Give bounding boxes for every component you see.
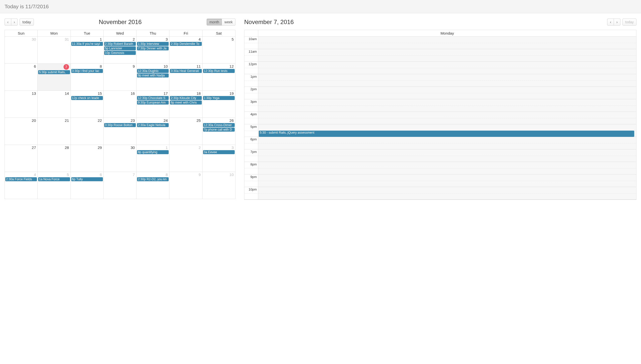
day-grid-row[interactable]	[258, 37, 636, 49]
month-event[interactable]: 12p check on leade	[71, 96, 103, 100]
month-next-button[interactable]: ›	[11, 19, 18, 26]
month-day-cell[interactable]: 22:30p Robert Barath5p Lannister10p Geon…	[103, 37, 136, 64]
month-day-cell[interactable]: 1212:30p Run tests	[202, 64, 235, 91]
month-day-cell[interactable]: 30	[103, 145, 136, 172]
month-day-cell[interactable]: 7	[103, 172, 136, 199]
month-day-cell[interactable]: 66p Tully	[71, 172, 103, 199]
month-event[interactable]: 2:30p Dendemille To	[170, 42, 202, 46]
month-day-cell[interactable]: 75:30p submit Rails,	[38, 64, 71, 91]
month-prev-button[interactable]: ‹	[5, 19, 11, 26]
month-day-cell[interactable]: 6	[5, 64, 38, 91]
month-event[interactable]: 2:30p R2-D2, you kn	[137, 177, 169, 181]
view-week-button[interactable]: week	[222, 19, 235, 26]
month-day-cell[interactable]: 28	[38, 145, 71, 172]
month-day-cell[interactable]: 31:30p Interview7:30p Dinner with Ja	[137, 37, 169, 64]
view-month-button[interactable]: month	[207, 19, 222, 26]
day-grid-row[interactable]	[258, 162, 636, 174]
month-event[interactable]: 9p meet with Nadja	[137, 73, 169, 77]
day-event[interactable]: 5:30 - submit Rails, jQuery assessment	[259, 131, 634, 137]
month-event[interactable]: 3:30p I find your lac	[71, 69, 103, 73]
day-prev-button[interactable]: ‹	[607, 19, 614, 26]
month-day-cell[interactable]: 25	[169, 118, 202, 145]
day-number: 26	[203, 118, 235, 123]
month-day-cell[interactable]: 27	[5, 145, 38, 172]
day-number: 7	[104, 172, 136, 177]
month-day-cell[interactable]: 18p quantifying	[137, 145, 169, 172]
month-event[interactable]: 12:30p Run tests	[203, 69, 235, 73]
day-grid-row[interactable]	[258, 187, 636, 200]
month-today-button[interactable]: today	[20, 19, 34, 26]
month-day-cell[interactable]: 33a Eevee	[202, 145, 235, 172]
month-event[interactable]: 12:30a Cross-Dimer	[203, 123, 235, 127]
month-day-cell[interactable]: 111:30a If you're sayi	[71, 37, 103, 64]
month-event[interactable]: 2:30a Eagle Nebula	[137, 123, 169, 127]
day-next-button[interactable]: ›	[614, 19, 620, 26]
month-day-cell[interactable]: 5	[202, 37, 235, 64]
day-grid-row[interactable]	[258, 174, 636, 187]
day-today-button[interactable]: today	[622, 19, 636, 26]
month-event[interactable]: 1a Nova Force	[38, 177, 70, 181]
month-event[interactable]: 1:30p Yoga	[203, 96, 235, 100]
main-container: ‹ › today November 2016 month week SunMo…	[0, 13, 641, 204]
day-grid-row[interactable]	[258, 74, 636, 87]
time-slot-label: 8pm	[244, 162, 258, 174]
month-day-cell[interactable]: 42:30a Force Fields	[5, 172, 38, 199]
month-day-cell[interactable]: 113:30a Heat Generati	[169, 64, 202, 91]
month-event[interactable]: 5:30p submit Rails,	[38, 70, 70, 74]
month-event[interactable]: 3:30a Heat Generati	[170, 69, 202, 73]
month-event[interactable]: 6p Tully	[71, 177, 103, 181]
month-day-cell[interactable]: 20	[5, 118, 38, 145]
month-day-cell[interactable]: 191:30p Yoga	[202, 91, 235, 118]
month-day-cell[interactable]: 14	[38, 91, 71, 118]
month-day-cell[interactable]: 30	[5, 37, 38, 64]
month-day-cell[interactable]: 9	[169, 172, 202, 199]
month-day-cell[interactable]: 9	[103, 64, 136, 91]
month-day-header: Wed	[103, 30, 136, 37]
month-day-cell[interactable]: 182:30p Kiloude City6p meet with Chris	[169, 91, 202, 118]
month-day-cell[interactable]: 83:30p I find your lac	[71, 64, 103, 91]
day-grid-row[interactable]	[258, 149, 636, 162]
month-day-cell[interactable]: 2	[169, 145, 202, 172]
month-day-cell[interactable]: 29	[71, 145, 103, 172]
month-event[interactable]: 2:30a Force Fields	[5, 177, 37, 181]
month-day-cell[interactable]: 10	[202, 172, 235, 199]
month-day-cell[interactable]: 13	[5, 91, 38, 118]
month-event[interactable]: 7p phone call with D	[203, 128, 235, 132]
month-event[interactable]: 10p Geonosis	[104, 51, 136, 55]
day-grid-row[interactable]	[258, 112, 636, 124]
month-event[interactable]: 11:30a If you're sayi	[71, 42, 103, 46]
month-day-cell[interactable]: 82:30p R2-D2, you kn	[137, 172, 169, 199]
month-day-cell[interactable]: 1012:30a Dugtrio9p meet with Nadja	[137, 64, 169, 91]
day-number: 10	[203, 172, 235, 177]
month-event[interactable]: 7:30p Dinner with Ja	[137, 46, 169, 50]
month-event[interactable]: 2:30p Robert Barath	[104, 42, 136, 46]
month-day-cell[interactable]: 42:30p Dendemille To	[169, 37, 202, 64]
day-grid-row[interactable]	[258, 62, 636, 74]
month-event[interactable]: 3a Eevee	[203, 150, 235, 154]
day-grid[interactable]: 5:30 - submit Rails, jQuery assessment	[258, 37, 636, 200]
month-event[interactable]: 2:30p Kiloude City	[170, 96, 202, 100]
month-day-cell[interactable]: 51a Nova Force	[38, 172, 71, 199]
month-event[interactable]: 12:30a Dugtrio	[137, 69, 169, 73]
month-day-cell[interactable]: 22	[71, 118, 103, 145]
day-grid-row[interactable]	[258, 137, 636, 149]
month-event[interactable]: 9:30p European Am	[137, 101, 169, 105]
day-grid-row[interactable]	[258, 49, 636, 62]
month-day-cell[interactable]: 16	[103, 91, 136, 118]
month-event[interactable]: 8p quantifying	[137, 150, 169, 154]
month-day-cell[interactable]: 1712:30p Chocolate S9:30p European Am	[137, 91, 169, 118]
month-event[interactable]: 1:30p Interview	[137, 42, 169, 46]
month-day-cell[interactable]: 2612:30a Cross-Dimer7p phone call with D	[202, 118, 235, 145]
month-day-cell[interactable]: 21	[38, 118, 71, 145]
month-day-cell[interactable]: 31	[38, 37, 71, 64]
month-event[interactable]: 12:30p Chocolate S	[137, 96, 169, 100]
month-event[interactable]: 6p meet with Chris	[170, 101, 202, 105]
time-slot-label: 2pm	[244, 87, 258, 99]
month-day-cell[interactable]: 233:30p Roose Bolton	[103, 118, 136, 145]
month-event[interactable]: 5p Lannister	[104, 46, 136, 50]
day-grid-row[interactable]	[258, 99, 636, 112]
month-day-cell[interactable]: 242:30a Eagle Nebula	[137, 118, 169, 145]
day-grid-row[interactable]	[258, 87, 636, 99]
month-event[interactable]: 3:30p Roose Bolton	[104, 123, 136, 127]
month-day-cell[interactable]: 1512p check on leade	[71, 91, 103, 118]
